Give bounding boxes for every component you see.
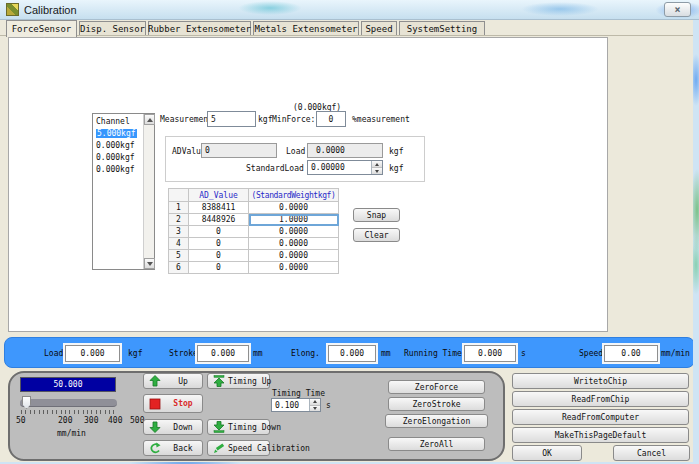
channel-item-2[interactable]: 0.000kgf [94, 140, 142, 152]
status-stroke-value: 0.000 [197, 345, 249, 362]
scroll-down-button[interactable] [144, 258, 155, 269]
col-header-standard-weight: (StandardWeightkgf) [249, 189, 339, 202]
value-text: 0.000 [340, 349, 364, 358]
read-from-computer-button[interactable]: ReadFromComputer [512, 409, 689, 425]
spin-up-button[interactable] [372, 161, 382, 168]
measurement-unit: kgf [258, 115, 272, 124]
tab-label: Metals Extensometer [255, 24, 358, 34]
down-button[interactable]: Down [143, 419, 203, 435]
tab-metals-extensometer[interactable]: Metals Extensometer [253, 21, 359, 36]
status-elong-value: 0.000 [328, 345, 376, 362]
zero-all-label: ZeroAll [420, 440, 454, 449]
standard-weight-cell[interactable]: 0.0000 [249, 262, 339, 274]
write-to-chip-label: WritetoChip [574, 377, 627, 386]
tab-disp-sensor[interactable]: Disp. Sensor [79, 21, 146, 36]
ok-button[interactable]: OK [512, 445, 582, 461]
status-load-value: 0.000 [65, 345, 120, 362]
tick-label: 300 [84, 416, 98, 425]
stop-icon [149, 398, 161, 410]
timing-up-label: Timing Up [228, 377, 271, 386]
standard-weight-cell[interactable]: 0.0000 [249, 226, 339, 238]
arrow-down-icon [147, 262, 153, 266]
tab-label: Speed [365, 24, 392, 34]
timing-up-button[interactable]: Timing Up [207, 373, 270, 389]
tab-force-sensor[interactable]: ForceSensor [6, 20, 77, 37]
cancel-button[interactable]: Cancel [613, 445, 690, 461]
window-title: Calibration [24, 4, 77, 16]
value-text: 0.000 [80, 349, 104, 358]
standard-load-value: 0.00000 [311, 163, 345, 172]
advalue-cell[interactable]: 8388411 [189, 202, 249, 214]
advalue-cell[interactable]: 0 [189, 250, 249, 262]
snap-button[interactable]: Snap [353, 208, 400, 222]
channel-item-4[interactable]: 0.000kgf [94, 164, 142, 176]
close-button[interactable]: × [664, 2, 691, 17]
slider-unit-label: mm/min [57, 429, 86, 438]
tab-speed[interactable]: Speed [361, 21, 397, 36]
status-speed-unit: mm/min [661, 349, 690, 358]
timing-time-spinner[interactable]: 0.100 [271, 398, 321, 412]
advalue-cell[interactable]: 0 [189, 262, 249, 274]
advalue-cell[interactable]: 8448926 [189, 214, 249, 226]
timing-down-icon [213, 421, 225, 433]
down-label: Down [164, 423, 202, 432]
speed-calibration-button[interactable]: Speed Calibration [207, 440, 270, 456]
spin-down-button[interactable] [372, 168, 382, 174]
zero-stroke-button[interactable]: ZeroStroke [388, 397, 485, 411]
measurement-input[interactable]: 5 [207, 111, 256, 127]
make-this-page-default-label: MakeThisPageDefault [555, 431, 647, 440]
status-elong-label: Elong. [291, 349, 320, 358]
row-index: 3 [169, 226, 189, 238]
row-index: 1 [169, 202, 189, 214]
channel-item-label: 0.000kgf [96, 165, 135, 174]
channel-item-1[interactable]: 5.000kgf [94, 128, 142, 140]
tab-system-setting[interactable]: SystemSetting [399, 21, 485, 36]
speed-slider-track[interactable] [20, 399, 117, 407]
table-row: 3 0 0.0000 [169, 226, 339, 238]
standard-weight-cell[interactable]: 0.0000 [249, 238, 339, 250]
row-index: 2 [169, 214, 189, 226]
measurement-value: 5 [211, 115, 216, 124]
advalue-cell[interactable]: 0 [189, 238, 249, 250]
zero-all-button[interactable]: ZeroAll [388, 437, 485, 451]
load-value: 0.0000 [316, 146, 345, 155]
status-running-time-value: 0.000 [464, 345, 516, 362]
advalue-value: 0 [205, 146, 210, 155]
spin-down-button[interactable] [310, 406, 320, 412]
back-button[interactable]: Back [143, 440, 203, 456]
zero-force-button[interactable]: ZeroForce [388, 380, 485, 394]
up-arrow-icon [149, 375, 161, 387]
channel-item-3[interactable]: 0.000kgf [94, 152, 142, 164]
stop-button[interactable]: Stop [143, 394, 203, 413]
read-from-chip-button[interactable]: ReadFromChip [512, 391, 689, 407]
tab-rubber-extensometer[interactable]: Rubber Extensometer [148, 21, 251, 36]
window-frame-right [693, 20, 699, 462]
table-row: 2 8448926 1.0000 [169, 214, 339, 226]
table-row: 4 0 0.0000 [169, 238, 339, 250]
make-this-page-default-button[interactable]: MakeThisPageDefault [512, 427, 689, 443]
speed-calibration-label: Speed Calibration [228, 444, 310, 453]
standard-weight-cell[interactable]: 0.0000 [249, 250, 339, 262]
clear-button[interactable]: Clear [353, 228, 400, 242]
status-running-time-unit: s [521, 349, 526, 358]
channel-scrollbar[interactable] [143, 114, 154, 269]
clear-label: Clear [364, 231, 388, 240]
advalue-input: 0 [201, 143, 277, 158]
timing-time-label: Timing Time [272, 389, 325, 398]
min-force-input[interactable]: 0 [316, 111, 346, 127]
standard-load-spinner[interactable]: 0.00000 [307, 160, 383, 175]
up-button[interactable]: Up [143, 373, 203, 389]
speed-display-value: 50.000 [54, 380, 83, 389]
status-load-label: Load [44, 349, 63, 358]
standard-weight-cell-selected[interactable]: 1.0000 [249, 214, 339, 226]
zero-elongation-button[interactable]: ZeroElongation [385, 414, 488, 428]
channel-item-label: 5.000kgf [96, 129, 137, 138]
scroll-up-button[interactable] [144, 114, 155, 125]
titlebar: Calibration × [0, 0, 699, 20]
standard-weight-cell[interactable]: 0.0000 [249, 202, 339, 214]
write-to-chip-button[interactable]: WritetoChip [512, 373, 689, 389]
timing-up-icon [213, 375, 225, 387]
col-header-index [169, 189, 189, 202]
timing-down-button[interactable]: Timing Down [207, 419, 270, 435]
advalue-cell[interactable]: 0 [189, 226, 249, 238]
